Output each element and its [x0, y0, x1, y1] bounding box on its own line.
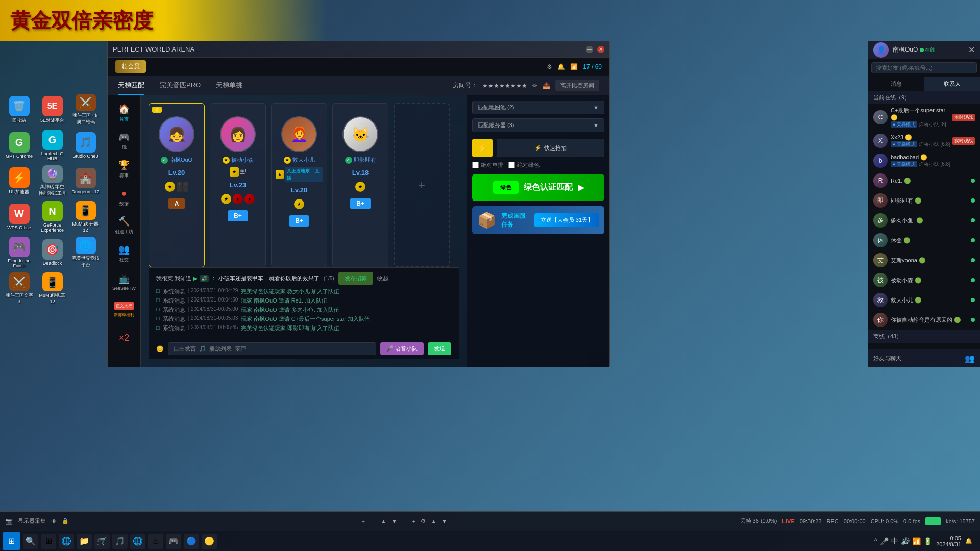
lightning-button[interactable]: ⚡ [472, 139, 493, 157]
start-button[interactable]: ⊞ [3, 532, 20, 550]
desktop-icon-logitech[interactable]: G Logitech G HUB [36, 128, 69, 163]
desktop-icon-shendao[interactable]: 🔮 黑神话·零空 性能测试工具 [36, 163, 69, 199]
up-icon[interactable]: ▲ [381, 518, 386, 524]
sidebar-item-data[interactable]: ● 数据 [111, 185, 137, 210]
store-button[interactable]: 🛒 [94, 534, 110, 549]
friend-item-7[interactable]: 艾 艾斯yoona 🟢 [868, 251, 980, 270]
app1-button[interactable]: 🔵 [184, 534, 199, 549]
friend-item-6[interactable]: 休 休登 🟢 [868, 231, 980, 251]
send-button[interactable]: 发送 [428, 342, 451, 355]
desktop-icon-deadlock[interactable]: 🎯 Deadlock [36, 235, 69, 270]
sidebar-item-home[interactable]: 🏠 首页 [111, 101, 137, 126]
tab-single-match[interactable]: 天梯单挑 [216, 77, 242, 95]
voice-squad-button[interactable]: 🎤 语音小队 [380, 342, 424, 355]
explorer-button[interactable]: 📁 [77, 534, 92, 549]
map-pool-dropdown[interactable]: 匹配地图池 (2) ▼ [472, 101, 604, 114]
volume-icon[interactable]: 🔊 [901, 537, 910, 545]
share-icon[interactable]: 📤 [543, 82, 550, 89]
desktop-icon-nvidia[interactable]: N GeForce Experience [36, 199, 69, 235]
task-view-button[interactable]: ⊞ [41, 534, 56, 549]
friend-item-4[interactable]: 即 即影即有 🟢 [868, 191, 980, 211]
sidebar-item-see[interactable]: 📺 SeeSeeTW [111, 269, 137, 294]
desktop-icon-uu[interactable]: ⚡ UU加速器 [3, 163, 36, 199]
battery-icon[interactable]: 🔋 [923, 537, 932, 545]
friend-search-input[interactable] [871, 62, 977, 73]
friends-btn-label[interactable]: 好友与聊天 [873, 355, 901, 362]
edge-button[interactable]: 🌐 [59, 534, 74, 549]
playlist-icon[interactable]: 🎵 [199, 345, 206, 352]
copy-icon[interactable]: ✏ [532, 82, 537, 89]
single-rank-option[interactable]: 绝对单排 [472, 161, 503, 169]
friend-item-1[interactable]: X Xx23 🟡 ● 天梯模式 炸桥小队 [6:8] 实时观战 [868, 131, 980, 151]
desktop-icon-wps[interactable]: W WPS Office [3, 199, 36, 235]
friend-item-8[interactable]: 被 被动小森 🟢 [868, 270, 980, 290]
notifications-button[interactable]: 🔔 [965, 538, 972, 544]
lock-icon[interactable]: 🔒 [62, 518, 69, 524]
desktop-icon-beworld[interactable]: 🌐 完美世界竞技平台 [69, 235, 102, 270]
notification-icon[interactable]: 🔔 [557, 63, 565, 70]
add-source-button[interactable]: + [362, 518, 365, 524]
friend-item-3[interactable]: R Re1. 🟢 [868, 171, 980, 191]
server-dropdown[interactable]: 匹配服务器 (3) ▼ [472, 118, 604, 132]
social-tab-messages[interactable]: 消息 [868, 77, 924, 91]
tab-perfect-pro[interactable]: 完美音匹PRO [160, 77, 201, 95]
app2-button[interactable]: 🟡 [202, 534, 217, 549]
mic-tray-icon[interactable]: 🎤 [880, 537, 889, 545]
browser2-button[interactable]: 🌐 [130, 534, 145, 549]
friend-item-10[interactable]: 你 你被自动静音是有原因的 🟢 [868, 310, 980, 330]
obs-up-icon[interactable]: ▲ [431, 518, 436, 524]
media-button[interactable]: 🎵 [112, 534, 128, 549]
leave-room-button[interactable]: 离开比赛房间 [555, 80, 599, 91]
desktop-icon-fling[interactable]: 🎮 Fling to the Finish [3, 235, 36, 270]
down-icon[interactable]: ▼ [391, 518, 397, 524]
sidebar-item-social[interactable]: 👥 社交 [111, 241, 137, 266]
collapse-button[interactable]: 收起 — [377, 274, 396, 282]
tray-icon-1[interactable]: ^ [874, 537, 877, 545]
obs-down-icon2[interactable]: ▼ [442, 518, 447, 524]
friend-item-0[interactable]: C C+最后一个super star 🟡 ● 天梯模式 炸桥小队 [8] 实时观… [868, 104, 980, 131]
emoji-button[interactable]: 😊 [156, 345, 164, 353]
desktop-icon-5e[interactable]: 5E 5E对战平台 [36, 92, 69, 128]
sidebar-item-x2[interactable]: ×2 [111, 325, 137, 350]
green-match-checkbox[interactable] [508, 162, 515, 168]
friends-icon[interactable]: 👥 [965, 354, 975, 363]
sidebar-item-workshop[interactable]: 🔨 创造工坊 [111, 213, 137, 238]
eye-icon[interactable]: 👁 [51, 518, 57, 524]
sidebar-item-tournament[interactable]: 🏆 赛事 [111, 157, 137, 182]
green-match-button[interactable]: 绿色 绿色认证匹配 ▶ [472, 174, 604, 201]
settings-obs-icon[interactable]: ⚙ [421, 518, 426, 524]
promo-button[interactable]: 立送【大会员·31天】 [534, 213, 599, 227]
desktop-icon-dungeon[interactable]: 🏰 Dungeon...12 [69, 163, 102, 199]
social-tab-contacts[interactable]: 联系人 [924, 77, 981, 91]
steam-button[interactable]: ♨ [148, 534, 163, 549]
vip-button[interactable]: 领会员 [115, 60, 146, 73]
clock-display[interactable]: 0:05 2024/8/31 [936, 535, 961, 547]
close-social-button[interactable]: ✕ [968, 45, 975, 55]
network-icon[interactable]: 📶 [912, 537, 921, 545]
close-button[interactable]: ✕ [597, 46, 604, 53]
search-taskbar-button[interactable]: 🔍 [23, 534, 38, 549]
desktop-icon-mumu2[interactable]: 📱 MuMu模拟器12 [36, 270, 69, 306]
minimize-button[interactable]: — [586, 46, 593, 53]
friend-item-9[interactable]: 救 救大小儿 🟢 [868, 290, 980, 310]
settings-icon[interactable]: ⚙ [547, 63, 552, 70]
sidebar-item-positive[interactable]: 正文大行 新赛季福利 [111, 297, 137, 322]
desktop-icon-studio[interactable]: 🎵 Studio One3 [69, 128, 102, 163]
green-match-option[interactable]: 绝对绿色 [508, 161, 540, 169]
minus-icon[interactable]: — [370, 518, 376, 524]
desktop-icon-gpt[interactable]: G GPT Chrome [3, 128, 36, 163]
friend-item-2[interactable]: b badbadbad 🟡 ● 天梯模式 炸桥小队 [6:8] [868, 151, 980, 171]
desktop-icon-mumu[interactable]: 📱 MuMu多开器12 [69, 199, 102, 235]
promo-banner[interactable]: 📦 完成国服任务 立送【大会员·31天】 [472, 206, 604, 234]
desktop-icon-shadow[interactable]: ⚔️ 魂斗三国+专属二维码 [69, 92, 102, 128]
player-slot-empty[interactable]: + [394, 103, 450, 267]
tab-ladder-match[interactable]: 天梯匹配 [118, 77, 144, 95]
single-rank-checkbox[interactable] [472, 162, 479, 168]
game2-button[interactable]: 🎮 [166, 534, 181, 549]
desktop-icon-shadow3[interactable]: ⚔️ 魂斗三国文字3 [3, 270, 36, 306]
sidebar-item-play[interactable]: 🎮 玩 [111, 129, 137, 154]
desktop-icon-recycle[interactable]: 🗑️ 回收站 [3, 92, 36, 128]
publish-recruit-button[interactable]: 发布招募 [338, 272, 373, 285]
friend-item-5[interactable]: 多 多肉小鱼. 🟢 [868, 211, 980, 231]
add-scene-button[interactable]: + [412, 518, 415, 524]
